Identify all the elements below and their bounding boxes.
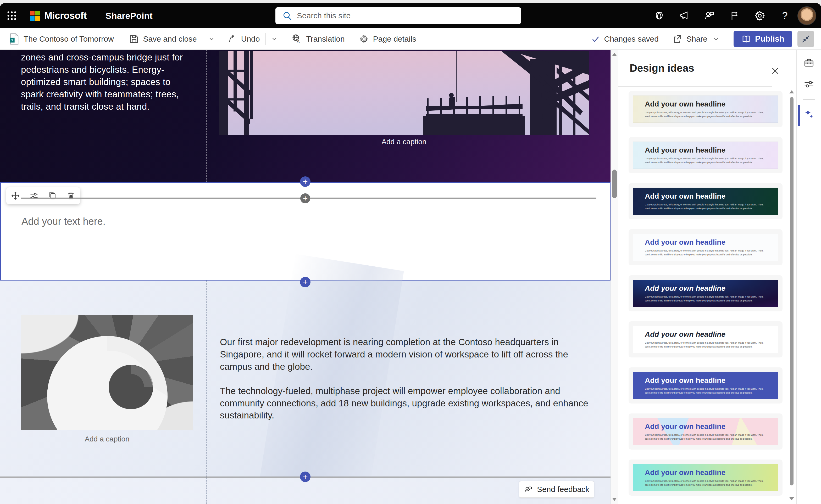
staircase-image[interactable] (21, 315, 193, 430)
translation-icon: A (291, 34, 302, 44)
publish-button[interactable]: Publish (734, 31, 792, 47)
translation-label: Translation (306, 35, 344, 43)
move-webpart-button[interactable] (8, 188, 23, 203)
person-feedback-icon (704, 10, 715, 21)
save-options-chevron[interactable] (206, 34, 216, 44)
hero-text[interactable]: zones and cross-campus bridge just for p… (21, 51, 188, 113)
microsoft-logo[interactable]: Microsoft (30, 10, 87, 21)
send-feedback-button[interactable]: Send feedback (519, 481, 594, 498)
page-title-item[interactable]: s The Contoso of Tomorrow (9, 33, 114, 45)
save-status: Changes saved (591, 35, 659, 43)
column-boundary (206, 478, 207, 504)
help-button[interactable]: ? (778, 8, 792, 23)
duplicate-webpart-button[interactable] (44, 188, 60, 203)
edit-properties-icon (29, 191, 39, 200)
body-text-webpart[interactable]: Our first major redevelopment is nearing… (220, 336, 592, 434)
add-section-button-top[interactable]: + (300, 176, 310, 187)
book-icon (741, 34, 751, 44)
undo-button[interactable]: Undo (227, 34, 260, 44)
design-idea-card[interactable]: Add your own headline Get your point acr… (629, 275, 783, 311)
suite-name[interactable]: SharePoint (105, 11, 152, 21)
design-card-headline: Add your own headline (645, 422, 766, 431)
feedback-button[interactable] (702, 8, 717, 23)
scrollbar-thumb[interactable] (612, 170, 617, 198)
properties-sliders-icon (803, 79, 815, 90)
share-label: Share (686, 35, 707, 43)
design-idea-card[interactable]: Add your own headline Get your point acr… (629, 413, 783, 450)
search-input[interactable] (297, 11, 506, 20)
save-and-close-label: Save and close (143, 35, 197, 43)
account-avatar[interactable] (797, 6, 816, 25)
send-feedback-label: Send feedback (537, 485, 589, 494)
page-canvas: zones and cross-campus bridge just for p… (0, 50, 611, 504)
spiral-stairs-graphic (21, 315, 193, 430)
plus-icon: + (303, 473, 308, 481)
properties-pane-button[interactable] (802, 77, 816, 91)
flag-button[interactable] (727, 8, 742, 23)
hero-image[interactable] (219, 51, 589, 135)
publish-label: Publish (755, 34, 784, 44)
trash-icon (66, 191, 76, 200)
design-idea-card[interactable]: Add your own headline Get your point acr… (629, 229, 783, 265)
section-hero[interactable]: zones and cross-campus bridge just for p… (0, 50, 611, 182)
undo-icon (227, 34, 237, 44)
column-boundary (206, 281, 207, 477)
suite-bar: Microsoft SharePoint (0, 3, 821, 28)
design-idea-card[interactable]: Add your own headline Get your point acr… (629, 183, 783, 219)
design-card-headline: Add your own headline (645, 100, 766, 108)
microsoft-wordmark: Microsoft (44, 10, 87, 21)
page-details-button[interactable]: Page details (359, 34, 416, 44)
announcements-button[interactable] (677, 8, 692, 23)
copilot-button[interactable] (652, 8, 667, 23)
design-idea-card[interactable]: Add your own headline Get your point acr… (629, 137, 783, 173)
panel-scrollbar[interactable] (789, 87, 795, 504)
save-status-label: Changes saved (604, 35, 659, 43)
scroll-up-arrow[interactable] (612, 53, 617, 56)
text-webpart-placeholder[interactable]: Add your text here. (21, 216, 105, 227)
toolbox-button[interactable] (802, 56, 816, 70)
scroll-up-arrow[interactable] (789, 90, 794, 93)
add-webpart-button[interactable]: + (300, 193, 310, 203)
design-idea-preview: Add your own headline Get your point acr… (633, 372, 778, 399)
page-details-label: Page details (373, 35, 416, 43)
scrollbar-thumb[interactable] (790, 97, 794, 485)
design-ideas-button[interactable] (802, 107, 816, 121)
share-button[interactable]: Share (672, 34, 707, 44)
section-body[interactable]: Add a caption Our first major redevelopm… (0, 281, 611, 477)
waffle-icon (7, 10, 17, 21)
undo-options-chevron[interactable] (269, 34, 279, 44)
design-idea-card[interactable]: Add your own headline Get your point acr… (629, 321, 783, 357)
divider (265, 33, 266, 45)
canvas-scrollbar[interactable] (611, 50, 618, 504)
add-section-button-middle[interactable]: + (300, 277, 310, 287)
collapse-view-button[interactable] (797, 31, 814, 47)
sparkle-icon (803, 108, 815, 121)
plus-icon: + (303, 177, 308, 186)
copy-icon (48, 191, 57, 200)
design-card-description: Get your point across, tell a story, or … (645, 157, 766, 164)
image-caption-placeholder[interactable]: Add a caption (219, 138, 589, 146)
edit-webpart-button[interactable] (26, 188, 42, 203)
scroll-down-arrow[interactable] (789, 497, 794, 500)
design-idea-preview: Add your own headline Get your point acr… (633, 418, 778, 445)
design-idea-card[interactable]: Add your own headline Get your point acr… (629, 367, 783, 404)
app-launcher-button[interactable] (0, 3, 24, 28)
save-and-close-button[interactable]: Save and close (129, 34, 197, 44)
share-options-chevron[interactable] (711, 34, 721, 44)
design-idea-card[interactable]: Add your own headline Get your point acr… (629, 460, 783, 496)
image-caption-placeholder[interactable]: Add a caption (21, 435, 193, 443)
scroll-down-arrow[interactable] (612, 498, 617, 501)
column-boundary (404, 478, 404, 504)
delete-webpart-button[interactable] (63, 188, 79, 203)
add-section-button-bottom[interactable]: + (300, 472, 310, 482)
close-panel-button[interactable] (769, 65, 781, 77)
design-idea-card[interactable]: Add your own headline Get your point acr… (629, 91, 783, 127)
help-icon: ? (782, 10, 788, 21)
translation-button[interactable]: A Translation (291, 34, 344, 44)
design-idea-preview: Add your own headline Get your point acr… (633, 142, 778, 169)
settings-button[interactable] (752, 8, 767, 23)
site-search (275, 7, 521, 24)
design-card-description: Get your point across, tell a story, or … (645, 341, 766, 349)
chevron-down-icon (208, 36, 215, 42)
flag-icon (729, 10, 740, 21)
